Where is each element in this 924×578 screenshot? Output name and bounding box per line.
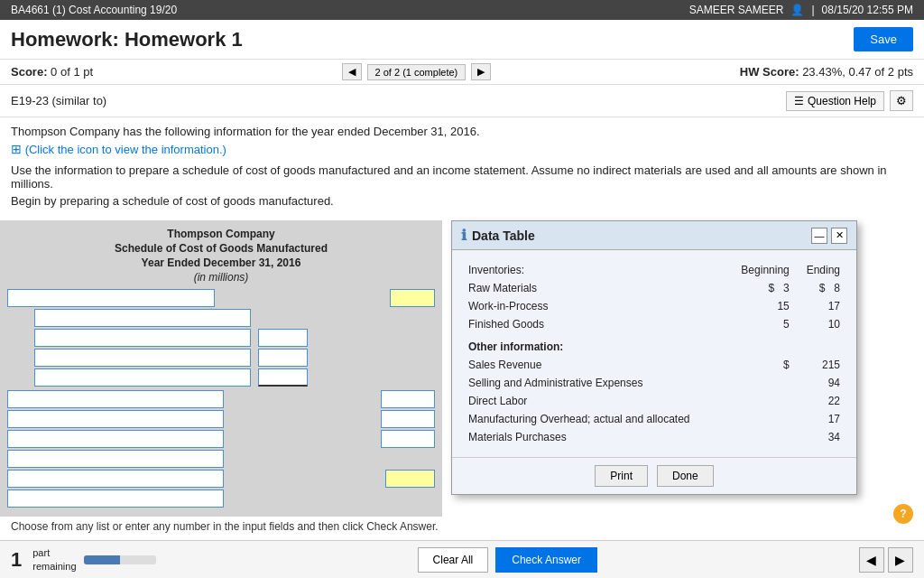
- bottom-bar: 1 partremaining Clear All Check Answer ◀…: [0, 540, 924, 578]
- bottom-left: 1 partremaining: [11, 546, 156, 573]
- schedule-input-6b[interactable]: [381, 390, 435, 408]
- row-amount: 34: [795, 428, 845, 446]
- schedule-row-5: [34, 368, 435, 387]
- done-button[interactable]: Done: [657, 465, 714, 487]
- schedule-input-3[interactable]: [34, 329, 251, 347]
- save-button[interactable]: Save: [854, 27, 913, 51]
- row-currency: [727, 374, 794, 392]
- schedule-input-4[interactable]: [34, 349, 251, 367]
- main-area: Thompson Company Schedule of Cost of Goo…: [0, 220, 924, 517]
- row-label: Finished Goods: [463, 315, 727, 333]
- schedule-title: Schedule of Cost of Goods Manufactured: [7, 242, 435, 255]
- print-button[interactable]: Print: [595, 465, 648, 487]
- top-bar: BA4661 (1) Cost Accounting 19/20 SAMEER …: [0, 0, 924, 20]
- app-title: BA4661 (1) Cost Accounting 19/20: [11, 4, 177, 16]
- help-button[interactable]: ?: [893, 504, 913, 524]
- prev-nav-button[interactable]: ◀: [859, 547, 884, 573]
- row-label: Direct Labor: [463, 392, 727, 410]
- row-label: Manufacturing Overhead; actual and alloc…: [463, 410, 727, 428]
- schedule-input-8[interactable]: [7, 430, 224, 448]
- datetime: 08/15/20 12:55 PM: [822, 4, 913, 16]
- schedule-input-5[interactable]: [34, 368, 251, 387]
- part-number: 1: [11, 548, 22, 572]
- schedule-input-2[interactable]: [34, 309, 251, 327]
- next-question-button[interactable]: ▶: [471, 63, 491, 80]
- hw-score-label: HW Score:: [740, 65, 799, 79]
- gear-icon: ⚙: [896, 94, 907, 107]
- schedule-input-1[interactable]: [7, 289, 215, 307]
- row-beginning: $ 3: [727, 279, 794, 297]
- score-info: Score: 0 of 1 pt: [11, 65, 93, 79]
- schedule-row-2: [34, 309, 435, 327]
- schedule-input-1b[interactable]: [390, 289, 435, 307]
- schedule-input-4b[interactable]: [258, 349, 308, 367]
- ending-header: Ending: [795, 261, 845, 279]
- clear-all-button[interactable]: Clear All: [418, 547, 489, 573]
- schedule-company: Thompson Company: [7, 228, 435, 240]
- settings-button[interactable]: ⚙: [890, 90, 913, 111]
- schedule-row-4: [34, 349, 435, 367]
- popup-footer: Print Done: [452, 457, 856, 494]
- top-bar-right: SAMEER SAMEER 👤 | 08/15/20 12:55 PM: [689, 4, 913, 16]
- schedule-row-3: [34, 329, 435, 347]
- row-ending: 17: [795, 297, 845, 315]
- schedule-input-3b[interactable]: [258, 329, 308, 347]
- minimize-button[interactable]: —: [811, 228, 827, 244]
- schedule-date: Year Ended December 31, 2016: [7, 256, 435, 269]
- info-icon: ℹ: [461, 227, 467, 244]
- table-row: Raw Materials $ 3 $ 8: [463, 279, 845, 297]
- row-ending: $ 8: [795, 279, 845, 297]
- schedule-input-6[interactable]: [7, 390, 224, 408]
- check-answer-button[interactable]: Check Answer: [495, 547, 597, 573]
- question-help-button[interactable]: ☰ Question Help: [786, 91, 884, 111]
- row-currency: [727, 392, 794, 410]
- schedule-input-9[interactable]: [7, 450, 224, 468]
- close-button[interactable]: ✕: [831, 228, 847, 244]
- table-row: Finished Goods 5 10: [463, 315, 845, 333]
- schedule-row-10: [7, 470, 435, 488]
- data-table: Inventories: Beginning Ending Raw Materi…: [463, 261, 845, 446]
- schedule-input-11[interactable]: [7, 489, 224, 508]
- content-area: Thompson Company has the following infor…: [0, 117, 924, 220]
- popup-controls: — ✕: [811, 228, 847, 244]
- beginning-header: Beginning: [727, 261, 794, 279]
- table-row: Materials Purchases 34: [463, 428, 845, 446]
- schedule-input-5b[interactable]: [258, 368, 308, 387]
- row-beginning: 15: [727, 297, 794, 315]
- question-bar: E19-23 (similar to) ☰ Question Help ⚙: [0, 85, 924, 117]
- table-row: Selling and Administrative Expenses 94: [463, 374, 845, 392]
- page-title: Homework: Homework 1: [11, 28, 243, 51]
- data-table-popup: ℹ Data Table — ✕ Inventories: Beginning …: [451, 220, 857, 495]
- schedule-input-7[interactable]: [7, 410, 224, 428]
- bottom-right: ◀ ▶: [859, 547, 913, 573]
- click-info[interactable]: ⊞ (Click the icon to view the informatio…: [11, 142, 913, 156]
- schedule-area: Thompson Company Schedule of Cost of Goo…: [0, 220, 442, 517]
- score-label: Score:: [11, 65, 47, 79]
- prev-question-button[interactable]: ◀: [342, 63, 362, 80]
- next-nav-button[interactable]: ▶: [888, 547, 913, 573]
- schedule-input-8b[interactable]: [381, 430, 435, 448]
- table-header-row: Inventories: Beginning Ending: [463, 261, 845, 279]
- schedule-row-9: [7, 450, 435, 468]
- schedule-row-8: [7, 430, 435, 448]
- user-name: SAMEER SAMEER: [689, 4, 784, 16]
- schedule-row-7: [7, 410, 435, 428]
- table-row: Direct Labor 22: [463, 392, 845, 410]
- click-link[interactable]: (Click the icon to view the information.…: [25, 143, 226, 156]
- score-value: 0 of 1 pt: [51, 65, 93, 79]
- row-label: Work-in-Process: [463, 297, 727, 315]
- question-nav-dropdown[interactable]: 2 of 2 (1 complete): [367, 64, 467, 80]
- grid-icon: ⊞: [11, 142, 22, 156]
- schedule-row-6: [7, 390, 435, 408]
- other-info-header-row: Other information:: [463, 333, 845, 356]
- schedule-input-10b[interactable]: [385, 470, 435, 488]
- schedule-input-10[interactable]: [7, 470, 224, 488]
- popup-body: Inventories: Beginning Ending Raw Materi…: [452, 250, 856, 457]
- popup-title-area: ℹ Data Table: [461, 227, 535, 244]
- bottom-center: Clear All Check Answer: [418, 547, 597, 573]
- row-amount: 22: [795, 392, 845, 410]
- progress-fill: [84, 555, 120, 564]
- row-amount: 94: [795, 374, 845, 392]
- schedule-input-7b[interactable]: [381, 410, 435, 428]
- row-ending: 10: [795, 315, 845, 333]
